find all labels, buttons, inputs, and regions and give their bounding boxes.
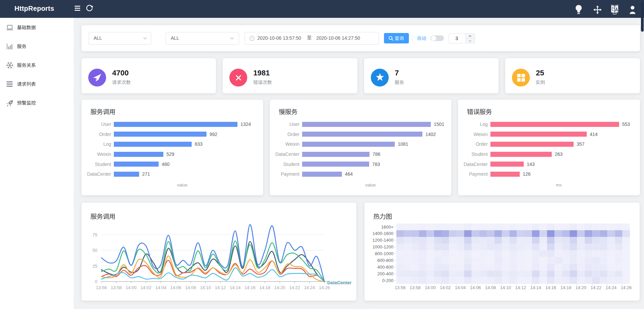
svg-text:14:22: 14:22 — [590, 285, 602, 290]
svg-text:14:06: 14:06 — [470, 285, 481, 290]
svg-text:14:08: 14:08 — [485, 285, 496, 290]
svg-text:25: 25 — [93, 264, 97, 269]
svg-text:14:12: 14:12 — [515, 285, 526, 290]
svg-text:13:56: 13:56 — [96, 285, 107, 290]
svg-text:13:56: 13:56 — [395, 285, 406, 290]
svg-text:DataCenter: DataCenter — [327, 280, 352, 285]
svg-text:14:24: 14:24 — [304, 285, 315, 290]
svg-text:14:24: 14:24 — [606, 285, 617, 290]
svg-text:1000-1200: 1000-1200 — [373, 244, 393, 249]
svg-text:13:58: 13:58 — [111, 285, 122, 290]
svg-text:14:04: 14:04 — [155, 285, 166, 290]
svg-text:75: 75 — [93, 232, 97, 237]
svg-text:800-1000: 800-1000 — [375, 251, 393, 256]
svg-text:14:20: 14:20 — [274, 285, 285, 290]
svg-text:14:26: 14:26 — [621, 285, 632, 290]
svg-text:0-200: 0-200 — [382, 278, 393, 283]
svg-text:400-600: 400-600 — [377, 265, 393, 270]
svg-text:0: 0 — [95, 279, 97, 284]
svg-text:14:14: 14:14 — [530, 285, 541, 290]
svg-text:14:00: 14:00 — [126, 285, 137, 290]
svg-text:14:06: 14:06 — [170, 285, 181, 290]
svg-text:14:16: 14:16 — [545, 285, 556, 290]
svg-text:14:04: 14:04 — [455, 285, 466, 290]
svg-text:1200-1400: 1200-1400 — [373, 238, 393, 243]
svg-text:14:26: 14:26 — [319, 285, 330, 290]
svg-text:14:10: 14:10 — [500, 285, 511, 290]
svg-text:14:18: 14:18 — [259, 285, 270, 290]
svg-text:14:08: 14:08 — [185, 285, 196, 290]
svg-text:1400-1600: 1400-1600 — [373, 231, 393, 236]
svg-text:14:02: 14:02 — [140, 285, 152, 290]
svg-text:50: 50 — [93, 248, 97, 253]
svg-text:14:12: 14:12 — [215, 285, 226, 290]
svg-text:14:00: 14:00 — [425, 285, 436, 290]
svg-text:14:02: 14:02 — [440, 285, 451, 290]
svg-text:14:18: 14:18 — [560, 285, 572, 290]
svg-text:200-400: 200-400 — [377, 271, 393, 276]
svg-text:1600+: 1600+ — [381, 225, 393, 230]
svg-text:13:58: 13:58 — [410, 285, 421, 290]
svg-text:600-800: 600-800 — [377, 258, 393, 263]
svg-text:14:16: 14:16 — [245, 285, 256, 290]
svg-text:14:10: 14:10 — [200, 285, 211, 290]
svg-text:14:22: 14:22 — [289, 285, 300, 290]
svg-text:14:14: 14:14 — [230, 285, 241, 290]
svg-text:14:20: 14:20 — [576, 285, 587, 290]
